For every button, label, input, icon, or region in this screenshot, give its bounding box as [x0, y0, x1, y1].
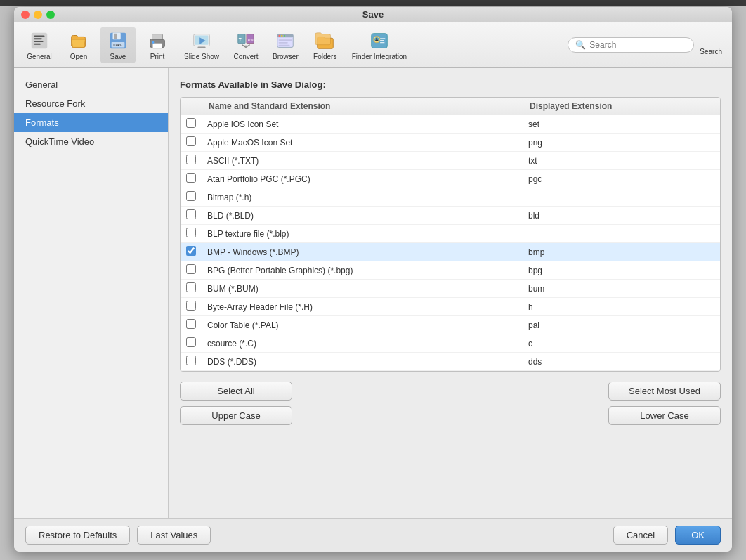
col-extension: Displayed Extension: [523, 98, 720, 115]
select-all-button[interactable]: Select All: [180, 382, 292, 401]
format-name: Byte-Array Header File (*.H): [202, 298, 523, 316]
format-checkbox[interactable]: [186, 264, 196, 274]
upper-case-button[interactable]: Upper Case: [180, 406, 292, 425]
buttons-area: Select All Upper Case Select Most Used L…: [180, 382, 721, 425]
formats-table-wrapper: Name and Standard Extension Displayed Ex…: [180, 97, 721, 372]
format-extension: png: [523, 134, 720, 152]
save-icon: TIFF JPG: [107, 30, 129, 52]
search-box[interactable]: 🔍: [568, 37, 694, 53]
format-extension: [523, 225, 720, 243]
toolbar-item-convert[interactable]: T PNG Convert: [228, 27, 264, 63]
svg-point-27: [284, 35, 285, 37]
bottom-left-buttons: Restore to Defaults Last Values: [25, 526, 211, 545]
close-button[interactable]: [21, 11, 30, 19]
format-name: BLD (*.BLD): [202, 207, 523, 225]
format-checkbox[interactable]: [186, 356, 196, 365]
format-checkbox[interactable]: [186, 191, 196, 201]
search-input[interactable]: [589, 40, 688, 50]
print-icon: [146, 30, 169, 52]
checkbox-cell: [181, 170, 202, 188]
svg-rect-38: [380, 42, 385, 43]
format-extension: bmp: [523, 243, 720, 261]
format-checkbox[interactable]: [186, 155, 196, 164]
table-row: BUM (*.BUM)bum: [181, 280, 720, 298]
checkbox-cell: [181, 115, 202, 134]
format-extension: txt: [523, 152, 720, 170]
last-values-button[interactable]: Last Values: [137, 526, 211, 545]
lower-case-button[interactable]: Lower Case: [608, 406, 721, 425]
svg-rect-18: [197, 46, 205, 48]
format-name: BMP - Windows (*.BMP): [202, 243, 523, 261]
checkbox-cell: [181, 316, 202, 334]
format-checkbox[interactable]: [186, 173, 196, 183]
search-label: Search: [700, 48, 722, 56]
toolbar-slideshow-label: Slide Show: [184, 53, 219, 60]
checkbox-cell: [181, 298, 202, 316]
minimize-button[interactable]: [34, 11, 42, 19]
table-row: BMP - Windows (*.BMP)bmp: [181, 243, 720, 261]
slideshow-icon: [190, 30, 213, 52]
toolbar-item-slideshow[interactable]: Slide Show: [178, 27, 225, 63]
toolbar-print-label: Print: [150, 53, 165, 60]
format-checkbox[interactable]: [186, 136, 196, 146]
toolbar-item-general[interactable]: General: [21, 27, 58, 63]
svg-point-34: [376, 38, 377, 39]
titlebar: Save: [14, 7, 732, 22]
maximize-button[interactable]: [46, 11, 55, 19]
sidebar-item-formats[interactable]: Formats: [14, 113, 168, 132]
toolbar-item-folders[interactable]: Folders: [307, 27, 343, 63]
table-row: BLP texture file (*.blp): [181, 225, 720, 243]
checkbox-cell: [181, 280, 202, 298]
select-most-used-button[interactable]: Select Most Used: [608, 382, 721, 401]
format-checkbox[interactable]: [186, 228, 196, 237]
svg-rect-14: [152, 41, 155, 44]
table-row: Atari Portfolio PGC (*.PGC)pgc: [181, 170, 720, 188]
toolbar-item-print[interactable]: Print: [139, 27, 176, 63]
format-name: BPG (Better Portable Graphics) (*.bpg): [202, 261, 523, 280]
format-checkbox[interactable]: [186, 319, 196, 329]
toolbar-item-save[interactable]: TIFF JPG Save: [100, 27, 136, 63]
toolbar-general-label: General: [27, 53, 52, 60]
svg-rect-37: [380, 40, 384, 41]
table-row: csource (*.C)c: [181, 334, 720, 353]
format-checkbox[interactable]: [186, 282, 196, 292]
format-checkbox[interactable]: [186, 209, 196, 219]
convert-icon: T PNG: [235, 30, 257, 52]
format-name: Apple MacOS Icon Set: [202, 134, 523, 152]
restore-defaults-button[interactable]: Restore to Defaults: [25, 526, 130, 545]
svg-rect-3: [34, 41, 44, 42]
cancel-button[interactable]: Cancel: [613, 526, 668, 545]
sidebar-item-quicktime[interactable]: QuickTime Video: [14, 132, 168, 151]
checkbox-cell: [181, 353, 202, 371]
toolbar-open-label: Open: [70, 53, 87, 60]
toolbar-item-finder[interactable]: Finder Integration: [346, 27, 412, 63]
format-checkbox[interactable]: [186, 301, 196, 311]
toolbar-finder-label: Finder Integration: [352, 53, 407, 60]
sidebar-item-resource-fork[interactable]: Resource Fork: [14, 94, 168, 113]
table-row: Byte-Array Header File (*.H)h: [181, 298, 720, 316]
toolbar-item-browser[interactable]: Browser: [267, 27, 304, 63]
format-extension: bum: [523, 280, 720, 298]
format-extension: set: [523, 115, 720, 134]
checkbox-cell: [181, 243, 202, 261]
svg-point-26: [282, 35, 283, 37]
checkbox-cell: [181, 152, 202, 170]
format-checkbox[interactable]: [186, 246, 196, 256]
background-strip: [0, 0, 746, 6]
sidebar-item-general[interactable]: General: [14, 75, 168, 94]
format-name: Apple iOS Icon Set: [202, 115, 523, 134]
traffic-lights: [21, 11, 55, 19]
svg-rect-1: [34, 36, 45, 37]
svg-rect-36: [380, 38, 386, 39]
ok-button[interactable]: OK: [675, 526, 721, 545]
table-row: ASCII (*.TXT)txt: [181, 152, 720, 170]
format-checkbox[interactable]: [186, 337, 196, 347]
format-checkbox[interactable]: [186, 118, 196, 128]
browser-icon: [274, 30, 296, 52]
toolbar-item-open[interactable]: Open: [60, 27, 97, 63]
svg-rect-4: [34, 44, 41, 45]
toolbar: General Open TIFF JPG: [14, 22, 732, 68]
svg-rect-29: [279, 42, 288, 44]
format-name: DDS (*.DDS): [202, 353, 523, 371]
content-area: General Resource Fork Formats QuickTime …: [14, 68, 732, 518]
